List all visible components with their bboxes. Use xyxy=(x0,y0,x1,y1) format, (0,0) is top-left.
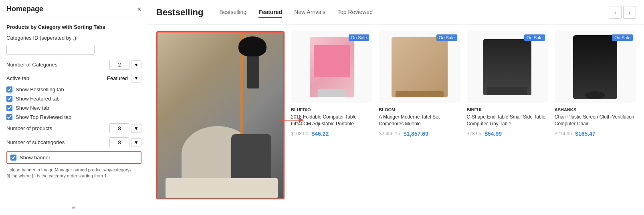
main-content: Bestselling Bestselling Featured New Arr… xyxy=(148,0,644,215)
active-tab-value: Featured xyxy=(107,75,128,81)
show-featured-row: Show Featured tab xyxy=(6,96,141,102)
banner-info-text: Upload banner in Image Manager named pro… xyxy=(6,167,141,179)
product-card: On Sale BiNFUL C-Shape End Table Small S… xyxy=(467,31,548,209)
product-brand: BiNFUL xyxy=(467,107,548,112)
products-grid: On Sale BLUEDIO 2018 Foldable Computer T… xyxy=(291,31,636,209)
num-categories-control: ▼ xyxy=(109,60,141,70)
close-button[interactable]: × xyxy=(137,6,141,13)
show-bestselling-checkbox[interactable] xyxy=(6,86,12,92)
show-featured-label: Show Featured tab xyxy=(16,96,60,102)
active-tab-label: Active tab xyxy=(6,75,107,81)
show-top-reviewed-row: Show Top Reviewed tab xyxy=(6,114,141,120)
sidebar-footer: ≡ xyxy=(0,200,148,215)
tabs-list: Bestselling Featured New Arrivals Top Re… xyxy=(219,7,609,18)
show-bestselling-label: Show Bestselling tab xyxy=(16,86,64,92)
num-categories-dropdown[interactable]: ▼ xyxy=(131,60,141,69)
num-subcategories-input[interactable] xyxy=(109,137,129,147)
on-sale-badge: On Sale xyxy=(436,34,457,41)
show-new-row: Show New tab xyxy=(6,105,141,111)
product-image-wrap: On Sale xyxy=(291,31,372,103)
show-new-label: Show New tab xyxy=(16,105,49,111)
tabs-title: Bestselling xyxy=(156,7,203,18)
tab-featured[interactable]: Featured xyxy=(258,7,282,18)
product-card: On Sale BLOOM A Manger Moderne Tafel Set… xyxy=(379,31,460,209)
footer-drag-icon: ≡ xyxy=(71,203,77,211)
section-title: Products by Category with Sorting Tabs xyxy=(6,24,141,30)
product-brand: BLOOM xyxy=(379,107,460,112)
active-tab-row: Active tab Featured ▼ xyxy=(6,74,141,82)
product-brand: ASHANKS xyxy=(555,107,636,112)
num-categories-input[interactable] xyxy=(109,60,129,70)
price-old: $78.65 xyxy=(467,131,482,137)
show-featured-checkbox[interactable] xyxy=(6,96,12,102)
product-brand: BLUEDIO xyxy=(291,107,372,112)
show-top-reviewed-label: Show Top Reviewed tab xyxy=(16,114,71,120)
product-name: A Manger Moderne Tafel Set Comedores Mue… xyxy=(379,114,460,127)
tab-top-reviewed[interactable]: Top Reviewed xyxy=(337,7,373,18)
product-image xyxy=(310,37,354,97)
active-tab-control: Featured ▼ xyxy=(107,74,141,82)
show-banner-label: Show banner xyxy=(20,155,50,161)
active-tab-dropdown[interactable]: ▼ xyxy=(131,74,141,82)
product-prices: $214.65 $165.47 xyxy=(555,131,636,137)
price-old: $2,456.15 xyxy=(379,131,400,137)
num-categories-row: Number of Categories ▼ xyxy=(6,60,141,70)
num-subcategories-row: Number of subcategories ▼ xyxy=(6,137,141,147)
sidebar-body: Products by Category with Sorting Tabs C… xyxy=(0,18,148,200)
price-new: $46.22 xyxy=(311,131,329,137)
product-image xyxy=(392,37,448,97)
nav-prev-button[interactable]: ‹ xyxy=(609,6,622,19)
tabs-nav: ‹ › xyxy=(609,6,636,19)
product-image xyxy=(483,39,531,95)
product-prices: $78.65 $54.99 xyxy=(467,131,548,137)
product-image xyxy=(573,35,617,99)
num-categories-label: Number of Categories xyxy=(6,62,109,68)
sidebar: Homepage × Products by Category with Sor… xyxy=(0,0,148,215)
on-sale-badge: On Sale xyxy=(524,34,545,41)
svg-marker-1 xyxy=(299,118,304,123)
num-products-label: Number of products xyxy=(6,125,109,131)
tab-bestselling[interactable]: Bestselling xyxy=(219,7,246,18)
lamp-head-decoration xyxy=(238,36,266,56)
product-image-wrap: On Sale xyxy=(467,31,548,103)
product-card: On Sale ASHANKS Chair Plastic Screen Clo… xyxy=(555,31,636,209)
price-new: $1,857.69 xyxy=(404,131,428,137)
show-new-checkbox[interactable] xyxy=(6,105,12,111)
product-image-wrap: On Sale xyxy=(555,31,636,103)
products-area: On Sale BLUEDIO 2018 Foldable Computer T… xyxy=(148,25,644,215)
tabs-bar: Bestselling Bestselling Featured New Arr… xyxy=(148,0,644,25)
categories-id-row: Categories ID (seperated by ,) xyxy=(6,35,141,41)
product-name: Chair Plastic Screen Cloth Ventilation C… xyxy=(555,114,636,127)
num-subcategories-control: ▼ xyxy=(109,137,141,147)
num-products-input[interactable] xyxy=(109,123,129,133)
num-products-dropdown[interactable]: ▼ xyxy=(131,124,141,133)
sidebar-header: Homepage × xyxy=(0,0,148,18)
price-new: $165.47 xyxy=(575,131,596,137)
banner-container xyxy=(156,31,285,199)
product-prices: $2,456.15 $1,857.69 xyxy=(379,131,460,137)
sidebar-title: Homepage xyxy=(6,5,43,13)
num-subcategories-label: Number of subcategories xyxy=(6,139,109,145)
banner-image xyxy=(157,32,283,198)
nav-next-button[interactable]: › xyxy=(623,6,636,19)
chair-decoration xyxy=(231,134,271,186)
on-sale-badge: On Sale xyxy=(349,34,369,41)
categories-id-label: Categories ID (seperated by ,) xyxy=(6,35,141,41)
banner-section xyxy=(156,31,285,209)
product-prices: $108.00 $46.22 xyxy=(291,131,372,137)
on-sale-badge: On Sale xyxy=(612,34,633,41)
red-arrow-indicator xyxy=(281,116,305,124)
price-old: $214.65 xyxy=(555,131,572,137)
num-subcategories-dropdown[interactable]: ▼ xyxy=(131,138,141,147)
show-bestselling-row: Show Bestselling tab xyxy=(6,86,141,92)
show-banner-checkbox[interactable] xyxy=(10,155,16,161)
num-products-control: ▼ xyxy=(109,123,141,133)
product-image-wrap: On Sale xyxy=(379,31,460,103)
show-banner-row: Show banner xyxy=(6,151,141,164)
tab-new-arrivals[interactable]: New Arrivals xyxy=(294,7,325,18)
price-old: $108.00 xyxy=(291,131,308,137)
categories-id-input[interactable] xyxy=(6,45,95,55)
show-top-reviewed-checkbox[interactable] xyxy=(6,114,12,120)
product-name: C-Shape End Table Small Side Table Compu… xyxy=(467,114,548,127)
price-new: $54.99 xyxy=(485,131,502,137)
